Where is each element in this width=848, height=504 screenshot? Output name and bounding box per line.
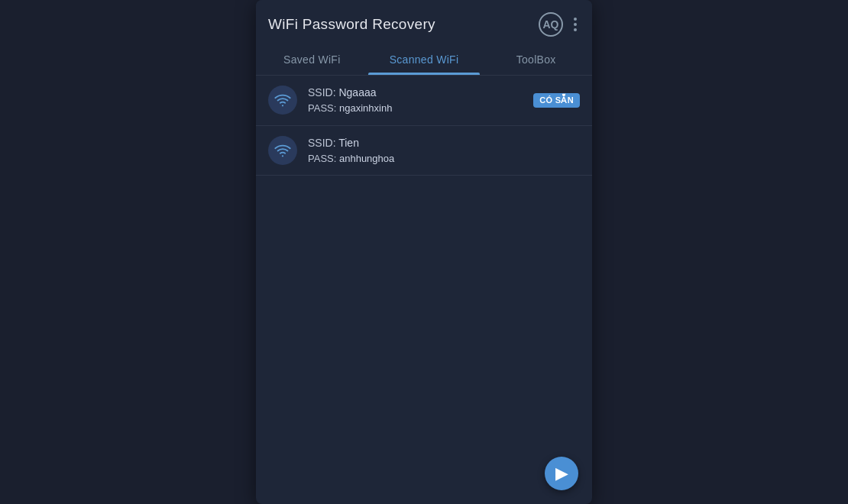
wifi-list: SSID: Ngaaaa PASS: ngaxinhxinh CÓ SẴN xyxy=(256,76,592,504)
wifi-pass-2: PASS: anhhunghoa xyxy=(308,151,580,166)
app-title: WiFi Password Recovery xyxy=(268,16,435,33)
app-window: WiFi Password Recovery AQ Saved WiFi Sca… xyxy=(256,0,592,504)
wifi-ssid-1: SSID: Ngaaaa xyxy=(308,85,523,101)
dot2 xyxy=(574,23,577,26)
wifi-entry-1[interactable]: SSID: Ngaaaa PASS: ngaxinhxinh CÓ SẴN xyxy=(256,76,592,126)
wifi-svg-2 xyxy=(274,142,291,159)
pass-value-1: ngaxinhxinh xyxy=(339,102,392,114)
pass-label-1: PASS: xyxy=(308,102,336,114)
wifi-info-2: SSID: Tien PASS: anhhunghoa xyxy=(308,135,580,166)
tab-scanned-wifi[interactable]: Scanned WiFi xyxy=(368,44,481,75)
wifi-svg-1 xyxy=(274,92,291,108)
wifi-entry-2[interactable]: SSID: Tien PASS: anhhunghoa xyxy=(256,126,592,176)
ssid-label-2: SSID: xyxy=(308,137,336,149)
pass-label-2: PASS: xyxy=(308,153,336,164)
wifi-icon-1 xyxy=(268,86,297,115)
tab-indicator xyxy=(368,73,481,75)
fab-button[interactable]: ▶ xyxy=(545,457,578,490)
ssid-label-1: SSID: xyxy=(308,86,336,99)
wifi-icon-2 xyxy=(268,136,297,165)
content-area: SSID: Ngaaaa PASS: ngaxinhxinh CÓ SẴN xyxy=(256,76,592,504)
dot1 xyxy=(574,18,577,21)
title-icons: AQ xyxy=(539,12,580,37)
dot3 xyxy=(574,28,577,31)
wifi-info-1: SSID: Ngaaaa PASS: ngaxinhxinh xyxy=(308,85,523,116)
fab-icon: ▶ xyxy=(555,465,568,482)
svg-point-0 xyxy=(282,105,283,106)
avatar-label: AQ xyxy=(543,18,559,31)
pass-value-2: anhhunghoa xyxy=(339,153,394,164)
more-menu-icon[interactable] xyxy=(571,15,580,34)
ssid-value-2: Tien xyxy=(338,137,359,149)
svg-point-1 xyxy=(282,155,283,157)
wifi-pass-1: PASS: ngaxinhxinh xyxy=(308,101,523,116)
avatar-icon[interactable]: AQ xyxy=(539,12,563,37)
wifi-ssid-2: SSID: Tien xyxy=(308,135,580,151)
title-bar: WiFi Password Recovery AQ xyxy=(256,0,592,37)
ssid-value-1: Ngaaaa xyxy=(338,86,376,99)
tab-bar: Saved WiFi Scanned WiFi ToolBox xyxy=(256,37,592,75)
badge-co-san: CÓ SẴN xyxy=(533,93,580,108)
tab-toolbox[interactable]: ToolBox xyxy=(480,44,592,75)
tab-saved-wifi[interactable]: Saved WiFi xyxy=(256,44,368,75)
